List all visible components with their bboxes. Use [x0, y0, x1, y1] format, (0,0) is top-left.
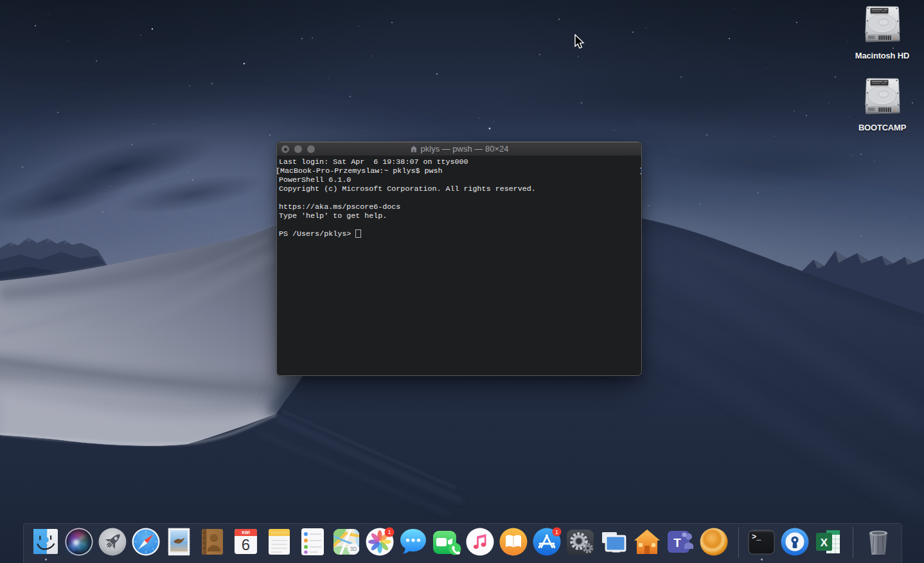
svg-text:>_: >_: [752, 533, 761, 542]
svg-text:X: X: [821, 537, 828, 549]
svg-text:1: 1: [387, 529, 391, 535]
svg-text:KWI: KWI: [242, 530, 250, 535]
svg-text:3D: 3D: [350, 546, 357, 552]
svg-text:1: 1: [555, 529, 558, 535]
svg-text:6: 6: [242, 536, 250, 553]
svg-text:T: T: [673, 536, 681, 550]
